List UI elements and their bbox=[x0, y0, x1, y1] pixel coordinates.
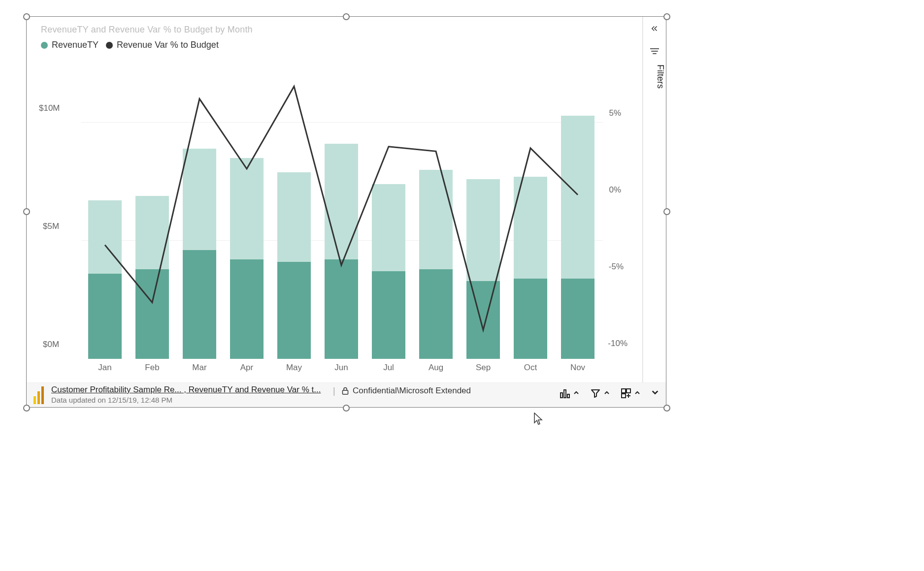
svg-rect-2 bbox=[41, 386, 44, 404]
filters-pane-collapsed[interactable]: Filters bbox=[643, 17, 665, 407]
svg-rect-0 bbox=[33, 396, 36, 404]
x-category-label: Jun bbox=[318, 363, 365, 373]
data-updated-label: Data updated on 12/15/19, 12:48 PM bbox=[51, 396, 172, 404]
sensitivity-label[interactable]: Confidential\Microsoft Extended bbox=[342, 386, 471, 396]
x-category-label: Nov bbox=[554, 363, 601, 373]
resize-handle-top-right[interactable] bbox=[663, 13, 670, 20]
powerbi-logo-icon bbox=[33, 386, 44, 404]
legend-item-revenuety[interactable]: RevenueTY bbox=[41, 40, 99, 50]
y2-axis-tick-0: 0% bbox=[609, 185, 621, 195]
filter-applied-icon bbox=[590, 388, 601, 399]
svg-rect-5 bbox=[564, 390, 566, 398]
filters-label: Filters bbox=[643, 64, 665, 89]
chevron-up-icon bbox=[604, 389, 610, 398]
filters-icon bbox=[643, 48, 665, 55]
pin-visual-button[interactable] bbox=[621, 388, 640, 399]
variance-line-series[interactable] bbox=[81, 62, 603, 357]
mouse-cursor-icon bbox=[534, 412, 543, 425]
report-breadcrumb-link[interactable]: Customer Profitability Sample Re... , Re… bbox=[51, 385, 321, 395]
visual-footer-bar: Customer Profitability Sample Re... , Re… bbox=[27, 382, 666, 407]
footer-toolbar bbox=[560, 388, 659, 399]
resize-handle-bottom-left[interactable] bbox=[23, 405, 30, 412]
lock-icon bbox=[342, 387, 349, 395]
x-category-label: Oct bbox=[507, 363, 554, 373]
chart-legend: RevenueTY Revenue Var % to Budget bbox=[41, 40, 224, 51]
chevron-down-icon bbox=[651, 388, 659, 398]
chevron-up-icon bbox=[634, 389, 640, 398]
legend-swatch-revenuety bbox=[41, 42, 48, 49]
x-category-label: May bbox=[270, 363, 318, 373]
x-category-label: Jul bbox=[365, 363, 412, 373]
x-category-label: Jan bbox=[81, 363, 129, 373]
chevron-up-icon bbox=[573, 389, 579, 398]
chart-title: RevenueTY and Revenue Var % to Budget by… bbox=[41, 25, 253, 35]
bar-chart-icon bbox=[560, 388, 570, 399]
legend-label: Revenue Var % to Budget bbox=[117, 40, 219, 50]
svg-rect-4 bbox=[561, 393, 562, 398]
expand-toolbar-button[interactable] bbox=[651, 388, 659, 398]
visual-selection-frame[interactable]: RevenueTY and Revenue Var % to Budget by… bbox=[26, 16, 666, 408]
x-category-label: Feb bbox=[129, 363, 176, 373]
y2-axis-tick-n5: -5% bbox=[609, 262, 624, 272]
legend-label: RevenueTY bbox=[52, 40, 99, 50]
x-category-label: Mar bbox=[176, 363, 223, 373]
resize-handle-bottom-right[interactable] bbox=[663, 405, 670, 412]
authoring-canvas: RevenueTY and Revenue Var % to Budget by… bbox=[0, 0, 693, 428]
y2-axis-tick-5: 5% bbox=[609, 108, 621, 118]
resize-handle-top-mid[interactable] bbox=[343, 13, 350, 20]
resize-handle-mid-right[interactable] bbox=[663, 208, 670, 215]
y1-axis-tick-0: $0M bbox=[43, 340, 59, 349]
y2-axis-tick-n10: -10% bbox=[608, 339, 627, 349]
y1-axis-tick-5: $5M bbox=[43, 222, 59, 231]
resize-handle-top-left[interactable] bbox=[23, 13, 30, 20]
legend-swatch-variance bbox=[106, 42, 113, 49]
filter-info-button[interactable] bbox=[590, 388, 610, 399]
legend-item-variance[interactable]: Revenue Var % to Budget bbox=[106, 40, 219, 50]
svg-rect-3 bbox=[343, 390, 348, 394]
footer-divider: | bbox=[333, 386, 335, 396]
drill-actions-button[interactable] bbox=[560, 388, 579, 399]
svg-rect-1 bbox=[37, 391, 40, 404]
svg-rect-9 bbox=[622, 394, 626, 398]
combo-chart-visual[interactable]: RevenueTY and Revenue Var % to Budget by… bbox=[27, 17, 642, 381]
svg-rect-6 bbox=[567, 394, 569, 398]
chevrons-left-icon bbox=[650, 24, 659, 33]
x-category-label: Sep bbox=[460, 363, 507, 373]
y1-axis-tick-10: $10M bbox=[39, 103, 60, 113]
svg-rect-7 bbox=[622, 389, 626, 393]
sensitivity-text: Confidential\Microsoft Extended bbox=[353, 386, 471, 396]
expand-filters-button[interactable] bbox=[643, 24, 665, 33]
x-category-label: Aug bbox=[412, 363, 460, 373]
plot-area: Jan Feb Mar Apr bbox=[81, 62, 603, 359]
add-tile-icon bbox=[621, 388, 631, 399]
resize-handle-mid-left[interactable] bbox=[23, 208, 30, 215]
x-category-label: Apr bbox=[223, 363, 270, 373]
resize-handle-bottom-mid[interactable] bbox=[343, 405, 350, 412]
svg-rect-8 bbox=[627, 389, 630, 393]
variance-polyline bbox=[105, 87, 578, 330]
